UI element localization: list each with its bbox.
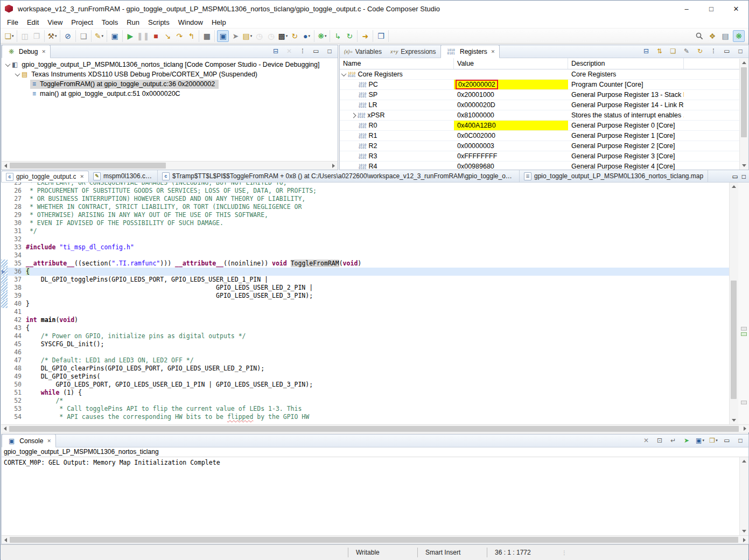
breakpoint-margin[interactable] bbox=[1, 284, 8, 292]
terminate-button[interactable]: ■ bbox=[150, 31, 161, 41]
breakpoint-margin[interactable] bbox=[1, 373, 8, 381]
connect-target-button[interactable]: ▣ bbox=[217, 30, 229, 42]
collapse-all-button[interactable]: ⊟ bbox=[270, 46, 281, 57]
view-menu-button[interactable]: ⁞ bbox=[708, 46, 719, 57]
scrollbar-thumb[interactable] bbox=[731, 281, 737, 399]
line-number[interactable]: 36 bbox=[8, 268, 26, 276]
load-program-button[interactable]: ▤▾ bbox=[242, 31, 253, 41]
menu-edit[interactable]: Edit bbox=[23, 17, 43, 27]
register-row[interactable]: 10100101xPSR0x81000000Stores the status … bbox=[340, 110, 748, 121]
breakpoint-margin[interactable] bbox=[1, 332, 8, 340]
code-line[interactable]: 32 bbox=[1, 235, 730, 243]
debug-tree-row[interactable]: ◧gpio_toggle_output_LP_MSPM0L1306_nortos… bbox=[2, 60, 338, 69]
import-button[interactable]: ❑ bbox=[78, 31, 89, 41]
search-button[interactable] bbox=[694, 31, 705, 41]
code-line[interactable]: 30 * EVEN IF ADVISED OF THE POSSIBILITY … bbox=[1, 219, 730, 227]
code-line[interactable]: 41 bbox=[1, 308, 730, 316]
editor-vertical-scrollbar[interactable] bbox=[729, 183, 738, 424]
line-number[interactable]: 38 bbox=[8, 284, 26, 292]
tab-mspm0l1306-cmd[interactable]: ✎mspm0l1306.cmd bbox=[89, 170, 158, 182]
tab-variables[interactable]: (x)=Variables bbox=[340, 45, 386, 58]
line-number[interactable]: 47 bbox=[8, 356, 26, 365]
collapse-all-button[interactable]: ⊟ bbox=[641, 46, 652, 57]
line-number[interactable]: 39 bbox=[8, 292, 26, 300]
debug-tree-row[interactable]: ≡main() at gpio_toggle_output.c:51 0x000… bbox=[2, 89, 338, 99]
line-number[interactable]: 50 bbox=[8, 381, 26, 389]
column-header-name[interactable]: Name bbox=[340, 58, 454, 69]
line-number[interactable]: 28 bbox=[8, 203, 26, 211]
menu-tools[interactable]: Tools bbox=[97, 17, 122, 27]
register-row[interactable]: 10100101R30xFFFFFFFFGeneral Purpose Regi… bbox=[340, 151, 748, 162]
breakpoint-margin[interactable] bbox=[1, 316, 8, 324]
scroll-down-arrow[interactable] bbox=[740, 162, 748, 170]
code-line[interactable]: 42int main(void) bbox=[1, 316, 730, 324]
code-line[interactable]: 45 SYSCFG_DL_init(); bbox=[1, 340, 730, 348]
flash-device-button[interactable]: ▩▾ bbox=[277, 31, 288, 41]
editor-horizontal-scrollbar[interactable] bbox=[1, 424, 749, 432]
line-number[interactable]: 25 bbox=[8, 183, 26, 187]
assembly-step-into-button[interactable]: ↳ bbox=[332, 31, 343, 41]
flash-settings-button[interactable]: ✎▾ bbox=[94, 31, 104, 41]
register-row[interactable]: 10100101R20x00000003General Purpose Regi… bbox=[340, 141, 748, 151]
line-number[interactable]: 46 bbox=[8, 348, 26, 356]
breakpoint-margin[interactable] bbox=[1, 292, 8, 300]
new-editor-window-button[interactable]: ❒ bbox=[375, 31, 386, 41]
code-line[interactable]: 52 /* bbox=[1, 397, 730, 405]
breakpoint-margin[interactable] bbox=[1, 195, 8, 203]
breakpoint-margin[interactable] bbox=[1, 183, 8, 187]
code-line[interactable]: 35__attribute__((section(".TI.ramfunc"))… bbox=[1, 260, 730, 268]
save-button[interactable]: ◫ bbox=[19, 31, 30, 41]
breakpoint-margin[interactable] bbox=[1, 251, 8, 260]
add-register-group-button[interactable]: ❏ bbox=[668, 46, 678, 57]
breakpoint-margin[interactable] bbox=[1, 203, 8, 211]
code-line[interactable]: 34 bbox=[1, 251, 730, 260]
breakpoint-margin[interactable] bbox=[1, 219, 8, 227]
code-line[interactable]: 49 DL_GPIO_setPins( bbox=[1, 373, 730, 381]
register-row[interactable]: 10100101Core RegistersCore Registers bbox=[340, 69, 748, 80]
line-number[interactable]: 37 bbox=[8, 276, 26, 284]
status-menu-dots-icon[interactable]: ⋮ bbox=[562, 550, 568, 556]
scroll-right-arrow[interactable] bbox=[740, 536, 748, 544]
breakpoint-margin[interactable] bbox=[1, 187, 8, 195]
scroll-lock-button[interactable]: ⊡ bbox=[654, 435, 665, 446]
save-debug-state-button[interactable]: ◷ bbox=[265, 31, 276, 41]
restore-debug-state-button[interactable]: ◷ bbox=[254, 31, 264, 41]
breakpoint-margin[interactable] bbox=[1, 389, 8, 397]
breakpoint-margin[interactable] bbox=[1, 243, 8, 251]
line-number[interactable]: 26 bbox=[8, 187, 26, 195]
scroll-left-arrow[interactable] bbox=[2, 536, 10, 544]
breakpoint-margin[interactable] bbox=[1, 413, 8, 421]
code-line[interactable]: 31 */ bbox=[1, 227, 730, 235]
line-number[interactable]: 44 bbox=[8, 332, 26, 340]
overview-marker[interactable] bbox=[741, 327, 747, 331]
breakpoint-margin[interactable] bbox=[1, 260, 8, 268]
line-number[interactable]: 35 bbox=[8, 260, 26, 268]
line-number[interactable]: 48 bbox=[8, 365, 26, 373]
scroll-up-arrow[interactable] bbox=[740, 457, 748, 465]
breakpoint-margin[interactable] bbox=[1, 227, 8, 235]
reset-button[interactable]: ↻ bbox=[289, 31, 300, 41]
assembly-step-over-button[interactable]: ↻ bbox=[344, 31, 355, 41]
breakpoint-margin[interactable] bbox=[1, 276, 8, 284]
console-horizontal-scrollbar[interactable] bbox=[2, 535, 748, 544]
code-line[interactable]: 29 * OTHERWISE) ARISING IN ANY WAY OUT O… bbox=[1, 211, 730, 219]
remove-launch-button[interactable]: ✕ bbox=[641, 435, 652, 446]
layout-button[interactable]: ⇅ bbox=[654, 46, 665, 57]
breakpoint-margin[interactable] bbox=[1, 397, 8, 405]
edit-register-group-button[interactable]: ✎ bbox=[681, 46, 692, 57]
menu-help[interactable]: Help bbox=[207, 17, 230, 27]
code-editor[interactable]: 25 * EXEMPLARY, OR CONSEQUENTIAL DAMAGES… bbox=[1, 183, 749, 424]
scrollbar-thumb[interactable] bbox=[10, 163, 166, 169]
scroll-right-arrow[interactable] bbox=[330, 162, 338, 170]
tab-gpio-toggle-output-c[interactable]: cgpio_toggle_output.c✕ bbox=[1, 171, 89, 182]
code-line[interactable]: 44 /* Power on GPIO, initialize pins as … bbox=[1, 332, 730, 340]
code-line[interactable]: 51 while (1) { bbox=[1, 389, 730, 397]
line-number[interactable]: 33 bbox=[8, 243, 26, 251]
menu-scripts[interactable]: Scripts bbox=[144, 17, 174, 27]
line-number[interactable]: 41 bbox=[8, 308, 26, 316]
step-over-button[interactable]: ↷ bbox=[174, 31, 185, 41]
scroll-up-arrow[interactable] bbox=[730, 183, 738, 191]
breakpoint-margin[interactable] bbox=[1, 324, 8, 332]
minimize-view-button[interactable]: ▭ bbox=[731, 172, 739, 181]
breakpoint-margin[interactable] bbox=[1, 268, 8, 276]
